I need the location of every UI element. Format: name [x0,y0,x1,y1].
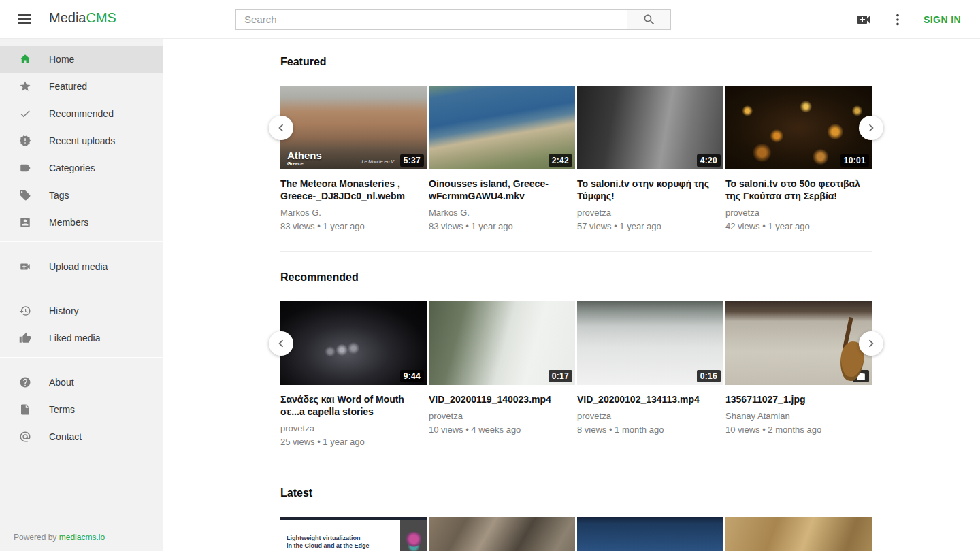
video-author[interactable]: Markos G. [280,207,427,218]
menu-icon[interactable] [18,14,31,24]
sidebar-divider [0,286,163,286]
document-icon [19,403,31,416]
video-meta: 25 views • 1 year ago [280,437,427,447]
check-icon [19,107,31,120]
logo-media: Media [49,10,86,25]
image-thumbnail[interactable] [725,301,872,385]
sidebar-item-categories[interactable]: Categories [0,154,163,182]
sidebar-item-members[interactable]: Members [0,209,163,236]
search-icon [642,13,656,27]
media-card: 1356711027_1.jpg Shanay Atamian 10 views… [725,301,872,447]
video-meta: 42 views • 1 year ago [725,221,872,231]
video-thumbnail[interactable]: 9:44 [280,301,427,385]
upload-media-button[interactable] [855,12,872,28]
section-latest: Latest Lightweight virtualization in the… [280,467,872,551]
media-card: 9:44 Σανάδες και Word of Mouth σε...a ca… [280,301,427,447]
sidebar-item-upload-media[interactable]: Upload media [0,253,163,280]
carousel-next-button[interactable] [859,116,883,140]
video-meta: 83 views • 1 year ago [429,221,575,231]
chevron-right-icon [864,336,879,351]
video-meta: 10 views • 2 months ago [725,424,872,435]
sidebar-item-featured[interactable]: Featured [0,73,163,100]
photo-camera-icon [856,372,866,382]
duration-badge: 2:42 [549,154,572,167]
media-card [429,517,575,551]
sidebar-item-label: History [49,305,79,316]
video-thumbnail[interactable]: 4:20 [577,86,723,169]
sidebar-item-label: About [49,377,74,388]
powered-by-text: Powered by [14,533,56,542]
video-thumbnail[interactable]: 2:42 [429,86,575,169]
sidebar-divider [0,241,163,242]
video-thumbnail[interactable] [429,517,575,551]
chevron-left-icon [274,336,289,351]
main-content: Featured Athens Greece Le Monde en V 5:3… [163,39,980,551]
section-recommended: Recommended 9:44 Σανάδες και Word of Mou… [280,252,872,467]
video-title[interactable]: Oinousses island, Greece-wFcrmmGAWU4.mkv [429,178,575,202]
sidebar-item-contact[interactable]: Contact [0,423,163,450]
sidebar-item-label: Featured [49,81,87,92]
sidebar-item-label: Upload media [49,261,108,272]
search-button[interactable] [627,9,671,30]
video-author[interactable]: provetza [577,207,723,218]
video-title[interactable]: VID_20200119_140023.mp4 [429,393,575,405]
video-thumbnail[interactable]: 10:01 [725,86,872,169]
thumbnail-overlay-text: Athens Greece [287,150,322,166]
powered-by: Powered by mediacms.io [14,533,105,542]
slide-text: Lightweight virtualization in the Cloud … [287,535,375,550]
new-releases-icon [19,135,31,147]
video-author[interactable]: provetza [280,423,427,433]
sidebar-item-label: Terms [49,404,75,415]
video-author[interactable]: provetza [725,207,872,218]
history-icon [19,305,31,317]
media-card: Lightweight virtualization in the Cloud … [280,517,427,551]
video-call-icon [19,261,31,273]
video-title[interactable]: Το saloni.tv στην κορυφή της Τύμφης! [577,178,723,202]
duration-badge: 5:37 [400,154,424,167]
video-author[interactable]: Shanay Atamian [725,411,872,421]
video-author[interactable]: Markos G. [429,207,575,218]
video-author[interactable]: provetza [429,411,575,421]
sidebar-item-terms[interactable]: Terms [0,396,163,423]
video-thumbnail[interactable]: Athens Greece Le Monde en V 5:37 [280,86,427,169]
search-input[interactable] [235,9,627,30]
sidebar-item-home[interactable]: Home [0,46,163,73]
video-thumbnail[interactable]: 0:16 [577,301,723,385]
more-options-button[interactable] [890,12,905,27]
at-icon [19,431,31,443]
video-title[interactable]: Σανάδες και Word of Mouth σε...a capella… [280,393,427,418]
video-title[interactable]: VID_20200102_134113.mp4 [577,393,723,405]
media-card: 0:16 VID_20200102_134113.mp4 provetza 8 … [577,301,723,447]
sidebar-item-label: Tags [49,190,69,201]
account-box-icon [19,216,31,229]
sidebar-item-recent-uploads[interactable]: Recent uploads [0,127,163,154]
help-icon [19,376,31,388]
thumbnail-watermark: Le Monde en V [362,159,394,164]
section-title: Recommended [280,271,872,284]
video-thumbnail[interactable]: 0:17 [429,301,575,385]
thumb-up-icon [19,332,31,344]
carousel-next-button[interactable] [859,331,883,356]
sidebar-item-recommended[interactable]: Recommended [0,100,163,127]
mediacms-link[interactable]: mediacms.io [59,533,105,542]
sidebar-item-label: Recent uploads [49,135,115,146]
sidebar-item-liked-media[interactable]: Liked media [0,324,163,352]
video-title[interactable]: 1356711027_1.jpg [725,393,872,405]
video-title[interactable]: Το saloni.tv στο 50ο φεστιβαλ της Γκούτσ… [725,178,872,202]
chevron-right-icon [864,120,879,135]
sign-in-link[interactable]: SIGN IN [924,14,961,25]
video-thumbnail[interactable]: Lightweight virtualization in the Cloud … [280,517,427,551]
sidebar-item-label: Categories [49,163,95,173]
video-thumbnail[interactable] [577,517,723,551]
section-featured: Featured Athens Greece Le Monde en V 5:3… [280,39,872,252]
carousel-prev-button[interactable] [269,331,293,356]
sidebar-item-tags[interactable]: Tags [0,182,163,209]
sidebar-item-about[interactable]: About [0,369,163,396]
logo[interactable]: MediaCMS [49,10,116,26]
carousel-prev-button[interactable] [269,116,293,140]
video-author[interactable]: provetza [577,411,723,421]
video-thumbnail[interactable] [725,517,872,551]
sidebar-item-history[interactable]: History [0,297,163,324]
star-icon [19,80,31,93]
video-title[interactable]: The Meteora Monasteries , Greece-_DJ8JDc… [280,178,427,202]
